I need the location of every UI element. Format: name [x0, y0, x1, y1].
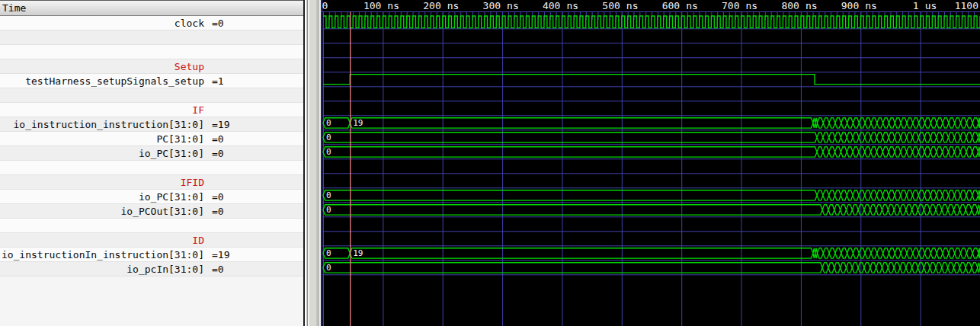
timeline-tick-unit: ns — [805, 0, 818, 11]
signal-value-label: =0 — [212, 190, 224, 204]
signal-value-label: =0 — [212, 16, 224, 30]
timeline-tick-label: 700 — [722, 0, 739, 11]
blank-row[interactable] — [0, 45, 303, 59]
timeline-tick-label: 900 — [841, 0, 859, 11]
timeline-tick-unit: ns — [686, 0, 698, 11]
timeline-tick-unit: us — [925, 0, 937, 11]
signal-row-io-instruction-instruction-31-0-[interactable]: io_instruction_instruction[31:0]=19 — [0, 117, 303, 132]
bus-value-label: 0 — [326, 205, 331, 215]
bus-value-label: 0 — [326, 133, 331, 142]
timeline-tick-label: 600 — [662, 0, 680, 11]
group-label: IF — [192, 103, 204, 117]
signal-rows-container: clock=0SetuptestHarness_setupSignals_set… — [0, 16, 303, 276]
group-label: IFID — [181, 175, 204, 190]
pane-divider[interactable] — [305, 0, 321, 326]
timeline-tick-label: 1100 — [955, 0, 978, 11]
signal-row-io-pcout-31-0-[interactable]: io_PCOut[31:0]=0 — [0, 204, 303, 219]
timeline-tick-label: 400 — [543, 0, 560, 11]
signal-name-label: io_instruction_instruction[31:0] — [14, 117, 204, 132]
signal-names-panel: Time clock=0SetuptestHarness_setupSignal… — [0, 0, 305, 326]
signal-value-label: =0 — [212, 146, 224, 161]
timeline-tick-label: 200 — [423, 0, 440, 11]
signal-row-io-pcin-31-0-[interactable]: io_pcIn[31:0]=0 — [0, 262, 303, 276]
signal-value-label: =19 — [212, 117, 229, 132]
bus-value-label: 0 — [326, 190, 331, 200]
signal-name-label: io_instructionIn_instruction[31:0] — [2, 248, 204, 262]
timeline-tick-label: 500 — [602, 0, 620, 11]
signal-value-label: =0 — [212, 132, 224, 146]
group-row-if[interactable]: IF — [0, 103, 303, 117]
bus-value-label: 0 — [326, 263, 331, 273]
group-label: ID — [192, 233, 204, 248]
signal-name-label: testHarness_setupSignals_setup — [25, 74, 204, 88]
signal-value-label: =1 — [212, 74, 224, 88]
timeline-tick-unit: ns — [447, 0, 460, 11]
signal-row-pc-31-0-[interactable]: PC[31:0]=0 — [0, 132, 303, 146]
bus-value-label: 0 — [326, 118, 331, 128]
timeline-tick-unit: ns — [507, 0, 519, 11]
blank-row[interactable] — [0, 30, 303, 45]
bus-value-label: 0 — [326, 248, 331, 258]
timeline-tick-label: 0 — [322, 0, 328, 11]
clock-wave — [323, 16, 980, 28]
timeline-tick-unit: ns — [566, 0, 578, 11]
group-row-id[interactable]: ID — [0, 233, 303, 248]
bus-value-label: 19 — [353, 248, 363, 258]
blank-row[interactable] — [0, 88, 303, 103]
timeline-tick-unit: ns — [746, 0, 758, 11]
timeline-tick-label: 800 — [781, 0, 799, 11]
signal-name-label: io_PC[31:0] — [139, 146, 204, 161]
blank-row[interactable] — [0, 219, 303, 233]
signal-row-io-pc-31-0-[interactable]: io_PC[31:0]=0 — [0, 190, 303, 204]
time-header: Time — [0, 0, 303, 16]
timeline-tick-label: 300 — [483, 0, 501, 11]
group-row-ifid[interactable]: IFID — [0, 175, 303, 190]
signal-row-io-pc-31-0-[interactable]: io_PC[31:0]=0 — [0, 146, 303, 161]
timeline-tick-unit: ns — [865, 0, 877, 11]
timeline-tick-unit: ns — [387, 0, 399, 11]
timeline-tick-unit: ns — [626, 0, 639, 11]
group-label: Setup — [175, 59, 204, 74]
signal-row-clock[interactable]: clock=0 — [0, 16, 303, 30]
bus-value-label: 19 — [353, 118, 363, 128]
signal-value-label: =19 — [212, 248, 229, 262]
signal-name-label: clock — [175, 16, 204, 30]
group-row-setup[interactable]: Setup — [0, 59, 303, 74]
blank-row[interactable] — [0, 161, 303, 175]
signal-name-label: PC[31:0] — [156, 132, 204, 146]
wave-left-border — [321, 0, 323, 326]
signal-name-label: io_PC[31:0] — [139, 190, 204, 204]
signal-row-testharness-setupsignals-setup[interactable]: testHarness_setupSignals_setup=1 — [0, 74, 303, 88]
timeline-tick-label: 100 — [363, 0, 381, 11]
wave-background — [321, 0, 980, 326]
signal-value-label: =0 — [212, 204, 224, 219]
signal-row-io-instructionin-instruction-31-0-[interactable]: io_instructionIn_instruction[31:0]=19 — [0, 248, 303, 262]
waveform-canvas[interactable]: 0100ns200ns300ns400ns500ns600ns700ns800n… — [321, 0, 980, 326]
timeline-tick-label: 1 — [913, 0, 919, 11]
signal-name-label: io_PCOut[31:0] — [120, 204, 204, 219]
signal-name-label: io_pcIn[31:0] — [127, 262, 204, 276]
signal-value-label: =0 — [212, 262, 224, 276]
bus-value-label: 0 — [326, 147, 331, 157]
